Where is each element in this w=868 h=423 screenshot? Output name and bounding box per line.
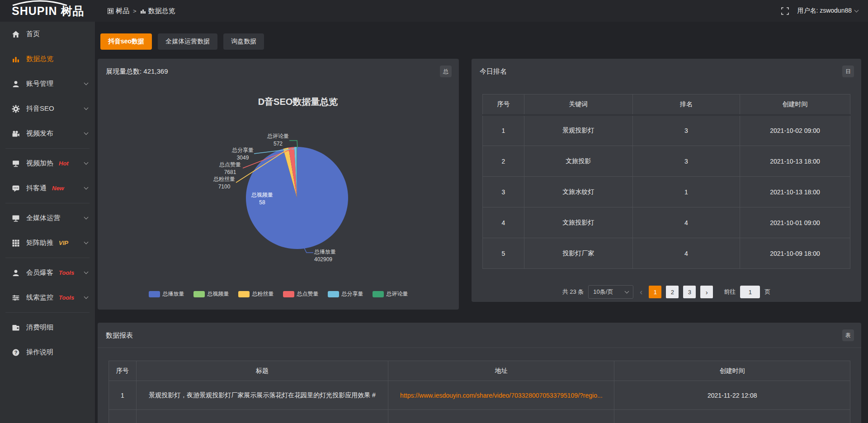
video-title: 景观投影灯，夜游景观投影灯厂家展示展示落花灯在花园里的灯光投影应用效果 #	[136, 381, 388, 410]
tab-omnimedia-data[interactable]: 全媒体运营数据	[158, 33, 217, 50]
day-badge[interactable]: 日	[842, 66, 854, 77]
monitor-icon	[12, 214, 20, 222]
sidebar-item-video-heat[interactable]: 视频加热 Hot	[0, 151, 95, 176]
table-badge[interactable]: 表	[842, 329, 854, 341]
question-icon: ?	[12, 348, 20, 357]
sidebar-item-spending-detail[interactable]: 消费明细	[0, 315, 95, 340]
table-row	[109, 410, 850, 423]
prev-page-button[interactable]: ‹	[638, 287, 644, 297]
sidebar-divider	[5, 312, 90, 313]
col-created: 创建时间	[740, 94, 850, 115]
col-url: 地址	[388, 361, 614, 381]
sidebar-item-matrix-boost[interactable]: 矩阵助推 VIP	[0, 230, 95, 255]
pie-label-plays: 总播放量402909	[314, 248, 336, 263]
logo-secondary: 树品	[61, 5, 84, 17]
table-row: 5投影灯厂家42021-10-09 18:00	[483, 238, 850, 269]
legend-swatch	[193, 291, 205, 297]
report-table: 序号 标题 地址 创建时间 1 景观投影灯，夜游景观投影灯厂家展示展示落花灯在花…	[108, 361, 850, 423]
breadcrumb-label: 数据总览	[148, 7, 175, 15]
tools-badge: Tools	[59, 269, 74, 276]
sidebar-item-label: 首页	[26, 30, 40, 38]
breadcrumb-item-current[interactable]: 数据总览	[140, 7, 175, 15]
chevron-down-icon	[84, 240, 89, 244]
legend-item-plays[interactable]: 总播放量	[149, 290, 184, 298]
chat-bubble-icon	[12, 184, 20, 193]
legend-item-shares[interactable]: 总分享量	[328, 290, 363, 298]
sidebar-item-label: 抖客通	[26, 184, 47, 193]
legend-item-likes[interactable]: 总点赞量	[283, 290, 319, 298]
pie-label-likes: 总点赞量7681	[219, 161, 241, 176]
user-icon	[12, 80, 20, 88]
pie-label-shares: 总分享量3049	[232, 146, 254, 162]
chevron-down-icon	[84, 80, 89, 85]
page-button-2[interactable]: 2	[666, 286, 679, 298]
sliders-icon	[12, 294, 20, 302]
sidebar-item-data-overview[interactable]: 数据总览	[0, 47, 95, 71]
legend-item-fans[interactable]: 总粉丝量	[238, 290, 274, 298]
pie-label-videos: 总视频量58	[251, 191, 273, 207]
tools-badge: Tools	[59, 294, 74, 301]
col-no: 序号	[109, 361, 137, 381]
sidebar-item-video-publish[interactable]: 视频发布	[0, 121, 95, 146]
sidebar-item-help[interactable]: ? 操作说明	[0, 340, 95, 365]
chevron-down-icon	[84, 269, 89, 274]
pagination-total: 共 23 条	[562, 288, 584, 296]
app-logo: SHUPIN 树品	[0, 4, 95, 19]
page-size-select[interactable]: 10条/页	[588, 285, 633, 299]
chevron-down-icon	[84, 105, 89, 110]
bar-chart-icon	[12, 55, 20, 63]
legend-item-comments[interactable]: 总评论量	[373, 290, 408, 298]
new-badge: New	[52, 185, 64, 192]
sidebar-item-label: 视频发布	[26, 129, 53, 138]
col-rank: 排名	[632, 94, 740, 115]
sidebar-item-label: 消费明细	[26, 323, 53, 332]
breadcrumb-item-home[interactable]: 树品	[108, 7, 129, 15]
sidebar-item-label: 全媒体运营	[26, 214, 60, 222]
member-icon	[12, 269, 20, 277]
bar-chart-icon	[140, 8, 146, 14]
sidebar-item-doukoutong[interactable]: 抖客通 New	[0, 176, 95, 201]
legend-swatch	[283, 291, 294, 297]
data-report-panel: 数据报表 表 序号 标题 地址 创建时间 1 景观投影灯，夜游景观投影灯厂家展示…	[98, 323, 861, 423]
legend-swatch	[373, 291, 384, 297]
legend-item-videos[interactable]: 总视频量	[193, 290, 229, 298]
goto-unit-label: 页	[764, 288, 770, 296]
table-header-row: 序号 关键词 排名 创建时间	[483, 94, 850, 115]
legend-swatch	[238, 291, 250, 297]
tab-inquiry-data[interactable]: 询盘数据	[223, 33, 264, 50]
sidebar-item-account[interactable]: 账号管理	[0, 71, 95, 96]
table-row: 1景观投影灯32021-10-02 09:00	[483, 115, 850, 146]
sidebar-item-label: 操作说明	[26, 348, 53, 357]
video-camera-icon	[12, 130, 20, 138]
col-created: 创建时间	[614, 361, 850, 381]
chevron-down-icon	[84, 185, 89, 189]
user-menu[interactable]: 用户名: zswodun88	[797, 7, 858, 15]
wallet-icon	[12, 324, 20, 332]
col-keyword: 关键词	[524, 94, 632, 115]
tab-douyin-seo-data[interactable]: 抖音seo数据	[100, 33, 152, 50]
breadcrumb: 树品 > 数据总览	[108, 7, 175, 15]
page-button-3[interactable]: 3	[683, 286, 696, 298]
goto-label: 前往	[724, 288, 736, 296]
sidebar-item-label: 会员爆客	[26, 268, 53, 277]
presentation-icon	[12, 160, 20, 168]
sidebar-item-omnimedia[interactable]: 全媒体运营	[0, 206, 95, 230]
fullscreen-icon[interactable]	[781, 7, 789, 15]
legend-swatch	[328, 291, 339, 297]
sidebar-item-home[interactable]: 首页	[0, 22, 95, 47]
sidebar-item-member-burst[interactable]: 会员爆客 Tools	[0, 260, 95, 285]
sidebar-item-label: 线索监控	[26, 293, 53, 302]
page-button-1[interactable]: 1	[649, 286, 661, 298]
goto-page-input[interactable]	[740, 286, 760, 298]
sidebar-item-label: 账号管理	[26, 80, 53, 88]
pie-chart[interactable]: D音SEO数据量总览 总评论量572 总分享量3049 总点赞量7681	[98, 59, 459, 310]
next-page-button[interactable]: ›	[700, 286, 713, 298]
sidebar-divider	[5, 203, 90, 203]
video-link[interactable]: https://www.iesdouyin.com/share/video/70…	[388, 381, 614, 410]
table-header-row: 序号 标题 地址 创建时间	[109, 361, 850, 381]
sidebar-item-lead-monitor[interactable]: 线索监控 Tools	[0, 285, 95, 310]
report-panel-title: 数据报表	[106, 331, 133, 339]
chevron-down-icon	[84, 130, 89, 135]
sidebar-item-douyin-seo[interactable]: 抖音SEO	[0, 96, 95, 121]
svg-text:?: ?	[14, 350, 18, 355]
